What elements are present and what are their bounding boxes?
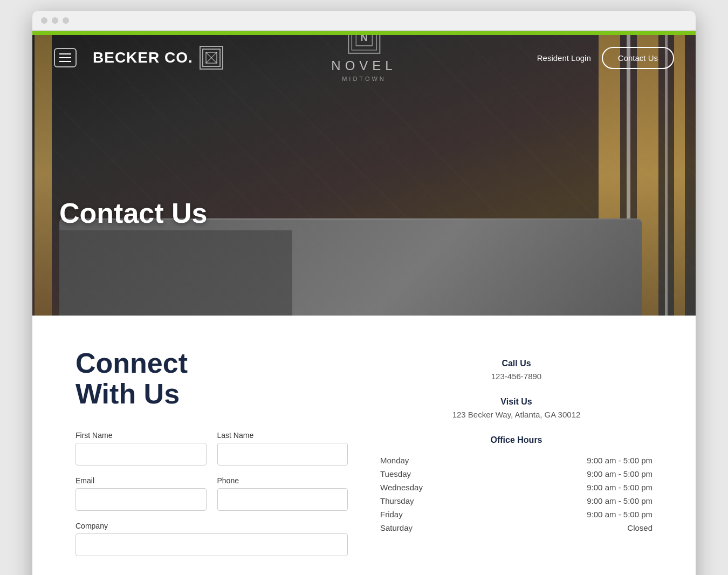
contact-us-button[interactable]: Contact Us: [602, 47, 674, 69]
hours-row: SaturdayClosed: [380, 521, 653, 535]
novel-icon: N: [348, 35, 380, 54]
left-column: Connect With Us First Name Last Name: [75, 348, 348, 567]
phone-label: Phone: [217, 476, 348, 485]
browser-window: BECKER CO. N: [32, 11, 696, 575]
hours-time: Closed: [627, 523, 653, 532]
main-content: Connect With Us First Name Last Name: [32, 316, 696, 575]
form-group-first-name: First Name: [75, 431, 207, 466]
novel-subtitle: MIDTOWN: [331, 76, 396, 82]
hours-time: 9:00 am - 5:00 pm: [587, 496, 653, 505]
email-label: Email: [75, 476, 207, 485]
form-group-company: Company: [75, 522, 348, 556]
accent-bar: [32, 31, 696, 35]
call-us-label: Call Us: [380, 359, 653, 368]
nav-logo: BECKER CO.: [93, 46, 223, 70]
hours-row: Tuesday9:00 am - 5:00 pm: [380, 467, 653, 481]
hours-time: 9:00 am - 5:00 pm: [587, 469, 653, 478]
resident-login-link[interactable]: Resident Login: [537, 53, 591, 63]
call-us-block: Call Us 123-456-7890: [380, 359, 653, 381]
browser-dot-green: [63, 17, 69, 24]
hamburger-menu[interactable]: [54, 48, 77, 67]
phone-number[interactable]: 123-456-7890: [380, 372, 653, 381]
first-name-input[interactable]: [75, 443, 207, 466]
logo-text[interactable]: BECKER CO.: [93, 49, 193, 66]
hours-day: Thursday: [380, 496, 414, 505]
section-heading: Connect With Us: [75, 348, 348, 409]
hours-day: Tuesday: [380, 469, 411, 478]
novel-branding: N NOVEL MIDTOWN: [331, 35, 396, 82]
hours-time: 9:00 am - 5:00 pm: [587, 456, 653, 465]
form-group-email: Email: [75, 476, 207, 511]
last-name-label: Last Name: [217, 431, 348, 440]
hours-list: Monday9:00 am - 5:00 pmTuesday9:00 am - …: [380, 454, 653, 535]
svg-text:N: N: [361, 35, 368, 43]
novel-title: NOVEL: [331, 58, 396, 73]
form-row-name: First Name Last Name: [75, 431, 348, 466]
address: 123 Becker Way, Atlanta, GA 30012: [380, 410, 653, 419]
visit-us-label: Visit Us: [380, 397, 653, 407]
browser-dot-red: [41, 17, 47, 24]
content-grid: Connect With Us First Name Last Name: [75, 348, 653, 567]
office-hours-block: Office Hours Monday9:00 am - 5:00 pmTues…: [380, 435, 653, 535]
office-hours-label: Office Hours: [380, 435, 653, 445]
company-input[interactable]: [75, 533, 348, 556]
form-group-last-name: Last Name: [217, 431, 348, 466]
hours-day: Wednesday: [380, 483, 423, 492]
form-row-company: Company: [75, 522, 348, 556]
hero-page-title: Contact Us: [59, 197, 207, 229]
hours-day: Monday: [380, 456, 409, 465]
last-name-input[interactable]: [217, 443, 348, 466]
company-label: Company: [75, 522, 348, 530]
form-group-phone: Phone: [217, 476, 348, 511]
logo-icon: [200, 46, 223, 70]
hours-time: 9:00 am - 5:00 pm: [587, 510, 653, 519]
hours-row: Friday9:00 am - 5:00 pm: [380, 508, 653, 521]
navbar: BECKER CO. N: [32, 35, 696, 80]
visit-us-block: Visit Us 123 Becker Way, Atlanta, GA 300…: [380, 397, 653, 419]
email-input[interactable]: [75, 488, 207, 511]
right-column: Call Us 123-456-7890 Visit Us 123 Becker…: [380, 348, 653, 535]
hours-day: Friday: [380, 510, 403, 519]
form-row-contact: Email Phone: [75, 476, 348, 511]
phone-input[interactable]: [217, 488, 348, 511]
hours-row: Monday9:00 am - 5:00 pm: [380, 454, 653, 467]
hours-time: 9:00 am - 5:00 pm: [587, 483, 653, 492]
hours-row: Thursday9:00 am - 5:00 pm: [380, 494, 653, 508]
desk-surface: [59, 218, 642, 316]
hamburger-line-2: [59, 57, 71, 58]
first-name-label: First Name: [75, 431, 207, 440]
hours-row: Wednesday9:00 am - 5:00 pm: [380, 481, 653, 494]
nav-actions: Resident Login Contact Us: [537, 47, 674, 69]
browser-toolbar: [32, 11, 696, 31]
hamburger-line-1: [59, 53, 71, 54]
hours-day: Saturday: [380, 523, 413, 532]
browser-dot-yellow: [52, 17, 58, 24]
hero-section: BECKER CO. N: [32, 35, 696, 316]
hamburger-line-3: [59, 61, 71, 62]
